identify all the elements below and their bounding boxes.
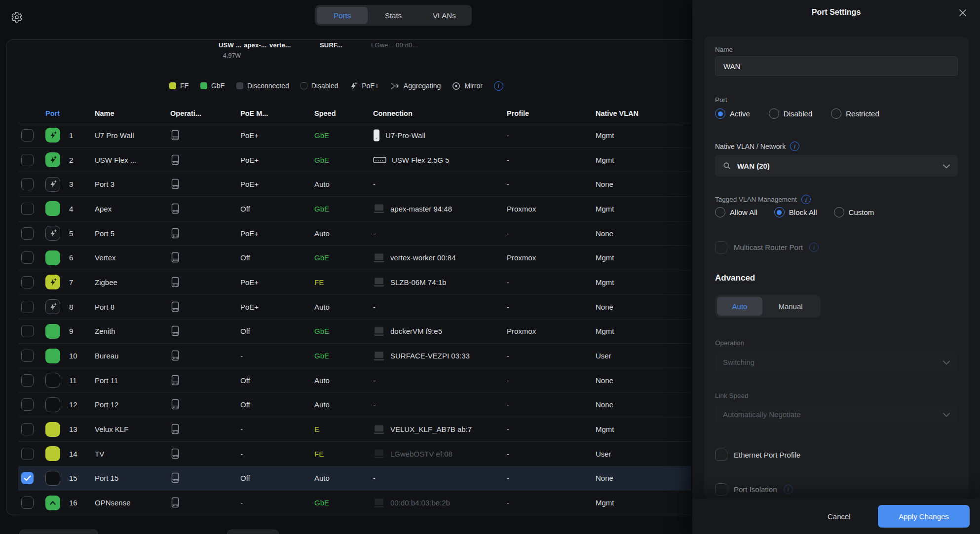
ethernet-port-profile-label: Ethernet Port Profile — [734, 451, 800, 459]
radio-button[interactable] — [831, 108, 841, 119]
table-row-port-14[interactable]: 14TV-FELGwebOSTV ef:08-User — [18, 442, 691, 466]
radio-button[interactable] — [834, 207, 844, 217]
column-header-profile[interactable]: Profile — [507, 104, 529, 123]
table-row-port-15[interactable]: 15Port 15OffAuto--None — [18, 466, 691, 491]
column-header-native-vlan[interactable]: Native VLAN — [596, 104, 639, 123]
legend-label: Mirror — [464, 82, 483, 90]
row-checkbox[interactable] — [21, 203, 34, 215]
row-checkbox[interactable] — [21, 301, 34, 313]
port-isolation-checkbox[interactable] — [715, 483, 727, 496]
row-checkbox[interactable] — [21, 178, 34, 190]
column-header-speed[interactable]: Speed — [314, 104, 336, 123]
table-row-port-12[interactable]: 12Port 12OffAuto--None — [18, 393, 691, 418]
operation-label: Operation — [715, 339, 744, 347]
port-number: 15 — [69, 466, 77, 491]
connected-device-label: LGwe... — [371, 41, 394, 49]
ethernet-port-profile-row[interactable]: Ethernet Port Profile — [715, 449, 800, 461]
port-number: 11 — [69, 368, 77, 392]
table-row-port-13[interactable]: 13Velux KLF-EVELUX_KLF_AB7B ab:7-Mgmt — [18, 417, 691, 442]
info-icon[interactable]: i — [784, 485, 793, 494]
table-row-port-5[interactable]: 5Port 5PoE+Auto--None — [18, 221, 691, 246]
connection-value: LGwebOSTV ef:08 — [373, 442, 511, 466]
tab-vlans[interactable]: VLANs — [419, 7, 470, 24]
radio-button[interactable] — [715, 207, 725, 217]
table-row-port-3[interactable]: 3Port 3PoE+Auto--None — [18, 172, 691, 197]
profile-value: - — [507, 417, 509, 441]
connection-value: dockerVM f9:e5 — [373, 320, 511, 344]
row-checkbox[interactable] — [21, 398, 34, 411]
row-checkbox[interactable] — [21, 129, 34, 142]
speed-value: GbE — [314, 320, 329, 344]
table-row-port-2[interactable]: 2USW Flex ...PoE+GbEUSW Flex 2.5G 5-Mgmt — [18, 148, 691, 173]
column-header-name[interactable]: Name — [95, 104, 169, 123]
close-icon[interactable] — [958, 8, 967, 17]
legend-label: PoE+ — [362, 82, 379, 90]
row-checkbox[interactable] — [21, 350, 34, 362]
pagination-partial[interactable] — [227, 530, 279, 534]
radio-button[interactable] — [769, 108, 779, 119]
native-vlan-value: None — [596, 172, 613, 196]
port-number: 7 — [69, 270, 73, 294]
table-row-port-7[interactable]: 7ZigbeePoE+FESLZB-06M 74:1b-Mgmt — [18, 270, 691, 295]
column-header-operati[interactable]: Operati... — [170, 104, 201, 123]
tab-stats[interactable]: Stats — [368, 7, 418, 24]
native-vlan-label: Native VLAN / Network i — [715, 142, 799, 151]
row-checkbox[interactable] — [21, 276, 34, 288]
info-icon[interactable]: i — [809, 243, 819, 252]
connection-value: SURFACE-VEZPI 03:33 — [373, 344, 511, 368]
row-checkbox[interactable] — [21, 227, 34, 240]
column-header-port[interactable]: Port — [45, 104, 60, 123]
port-number: 2 — [69, 148, 73, 172]
multicast-router-port-row[interactable]: Multicast Router Port i — [715, 241, 819, 253]
port-state-radio-restricted[interactable]: Restricted — [831, 108, 879, 119]
legend-item-info[interactable]: i — [494, 81, 503, 91]
legend-label: Aggregating — [404, 82, 441, 90]
name-input[interactable] — [715, 56, 958, 76]
table-row-port-8[interactable]: 8Port 8PoE+Auto--None — [18, 295, 691, 320]
port-state-radio-disabled[interactable]: Disabled — [769, 108, 812, 119]
port-isolation-row[interactable]: Port Isolation i — [715, 483, 793, 496]
table-row-port-6[interactable]: 6VertexOffGbEvertex-worker 00:84ProxmoxM… — [18, 246, 691, 270]
tagged-vlan-radio-custom[interactable]: Custom — [834, 207, 874, 217]
computer-device-icon — [373, 326, 385, 336]
speed-value: GbE — [314, 491, 329, 515]
legend-item-mirror: Mirror — [452, 82, 483, 90]
table-row-port-9[interactable]: 9ZenithOffGbEdockerVM f9:e5ProxmoxMgmt — [18, 320, 691, 344]
table-row-port-1[interactable]: 1U7 Pro WallPoE+GbEU7-Pro-Wall-Mgmt — [18, 123, 691, 148]
row-checkbox[interactable] — [21, 497, 34, 509]
tab-ports[interactable]: Ports — [317, 7, 368, 24]
ethernet-port-profile-checkbox[interactable] — [715, 449, 727, 461]
row-checkbox[interactable] — [21, 423, 34, 435]
speed-value: Auto — [314, 466, 330, 491]
toggle-segment-manual[interactable]: Manual — [762, 297, 819, 316]
row-checkbox[interactable] — [21, 374, 34, 387]
row-checkbox[interactable] — [21, 472, 34, 484]
tagged-vlan-radio-allow-all[interactable]: Allow All — [715, 207, 757, 217]
toggle-segment-auto[interactable]: Auto — [717, 297, 762, 316]
row-checkbox[interactable] — [21, 154, 34, 166]
radio-button[interactable] — [774, 207, 785, 217]
table-row-port-10[interactable]: 10Bureau-GbESURFACE-VEZPI 03:33-User — [18, 344, 691, 368]
row-checkbox[interactable] — [21, 251, 34, 264]
connection-text: - — [373, 180, 376, 188]
gear-icon[interactable] — [11, 11, 23, 23]
row-checkbox[interactable] — [21, 448, 34, 460]
row-checkbox[interactable] — [21, 325, 34, 337]
table-row-port-4[interactable]: 4ApexOffGbEapex-master 94:48ProxmoxMgmt — [18, 197, 691, 221]
port-name: Zenith — [95, 320, 169, 344]
multicast-checkbox[interactable] — [715, 241, 727, 253]
column-header-connection[interactable]: Connection — [373, 104, 511, 123]
table-row-port-16[interactable]: 16OPNsense-GbE00:d0:b4:03:be:2b-Mgmt — [18, 491, 691, 515]
bottom-left-control-partial[interactable] — [19, 530, 98, 534]
info-icon[interactable]: i — [790, 142, 799, 151]
apply-changes-button[interactable]: Apply Changes — [878, 505, 970, 528]
info-icon[interactable]: i — [801, 195, 811, 204]
tagged-vlan-radio-block-all[interactable]: Block All — [774, 207, 817, 217]
port-state-radio-active[interactable]: Active — [715, 108, 750, 119]
port-status-icon-dark — [45, 471, 60, 486]
native-vlan-select[interactable]: WAN (20) — [715, 155, 958, 177]
column-header-poe-m[interactable]: PoE M... — [240, 104, 268, 123]
cancel-button[interactable]: Cancel — [820, 498, 859, 534]
table-row-port-11[interactable]: 11Port 11OffAuto--None — [18, 368, 691, 393]
radio-button[interactable] — [715, 108, 725, 119]
